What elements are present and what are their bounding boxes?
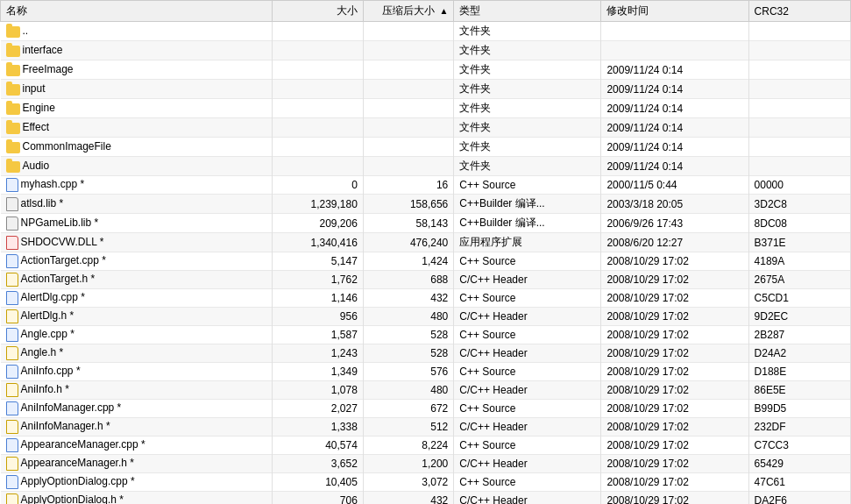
table-row[interactable]: AppearanceManager.h * 3,652 1,200 C/C++ …: [1, 455, 851, 473]
col-header-name[interactable]: 名称: [1, 1, 273, 22]
cell-modified: 2008/10/29 17:02: [601, 289, 748, 308]
cell-modified: 2008/10/29 17:02: [601, 455, 748, 473]
table-row[interactable]: AniInfoManager.h * 1,338 512 C/C++ Heade…: [1, 418, 851, 437]
table-row[interactable]: AlertDlg.cpp * 1,146 432 C++ Source 2008…: [1, 289, 851, 308]
table-row[interactable]: ApplyOptionDialog.cpp * 10,405 3,072 C++…: [1, 473, 851, 492]
folder-icon: [6, 123, 20, 134]
cell-packed: 8,224: [363, 437, 453, 455]
cell-modified: 2008/10/29 17:02: [601, 400, 748, 418]
table-row[interactable]: Angle.cpp * 1,587 528 C++ Source 2008/10…: [1, 326, 851, 344]
table-row[interactable]: ActionTarget.cpp * 5,147 1,424 C++ Sourc…: [1, 252, 851, 271]
col-header-size[interactable]: 大小: [273, 1, 363, 22]
cell-size: 209,206: [273, 214, 363, 233]
cell-size: [273, 80, 363, 99]
table-row[interactable]: .. 文件夹: [1, 22, 851, 41]
table-row[interactable]: Effect 文件夹 2009/11/24 0:14: [1, 118, 851, 138]
cell-size: [273, 99, 363, 118]
cell-type: C++ Source: [454, 252, 601, 271]
table-row[interactable]: CommonImageFile 文件夹 2009/11/24 0:14: [1, 138, 851, 157]
cpp-icon: [6, 475, 18, 489]
lib-icon: [6, 197, 18, 211]
cell-type: 文件夹: [454, 60, 601, 80]
cell-packed: 576: [363, 363, 453, 381]
table-row[interactable]: Angle.h * 1,243 528 C/C++ Header 2008/10…: [1, 344, 851, 363]
cell-crc: C7CC3: [748, 437, 850, 455]
cell-crc: 8DC08: [748, 214, 850, 233]
cpp-icon: [6, 438, 18, 452]
cpp-icon: [6, 365, 18, 379]
folder-icon: [6, 142, 20, 153]
cell-modified: 2008/10/29 17:02: [601, 437, 748, 455]
cell-crc: [748, 80, 850, 99]
cell-size: 1,340,416: [273, 233, 363, 252]
table-row[interactable]: ActionTarget.h * 1,762 688 C/C++ Header …: [1, 271, 851, 289]
cell-size: [273, 60, 363, 80]
cell-name: NPGameLib.lib *: [1, 214, 273, 233]
table-row[interactable]: AniInfoManager.cpp * 2,027 672 C++ Sourc…: [1, 400, 851, 418]
cell-type: 文件夹: [454, 138, 601, 157]
table-row[interactable]: AniInfo.cpp * 1,349 576 C++ Source 2008/…: [1, 363, 851, 381]
table-row[interactable]: AniInfo.h * 1,078 480 C/C++ Header 2008/…: [1, 381, 851, 400]
cell-packed: [363, 60, 453, 80]
col-header-packed[interactable]: 压缩后大小 ▲: [363, 1, 453, 22]
col-header-modified[interactable]: 修改时间: [601, 1, 748, 22]
h-icon: [6, 346, 18, 360]
cell-size: 1,587: [273, 326, 363, 344]
table-row[interactable]: NPGameLib.lib * 209,206 58,143 C++Builde…: [1, 214, 851, 233]
cell-crc: 86E5E: [748, 381, 850, 400]
h-icon: [6, 457, 18, 471]
table-body: .. 文件夹 interface 文件夹 FreeImage 文件夹 2009/…: [1, 22, 851, 505]
file-list-container[interactable]: 名称 大小 压缩后大小 ▲ 类型 修改时间 CRC32: [0, 0, 851, 504]
table-row[interactable]: SHDOCVW.DLL * 1,340,416 476,240 应用程序扩展 2…: [1, 233, 851, 252]
table-row[interactable]: AlertDlg.h * 956 480 C/C++ Header 2008/1…: [1, 308, 851, 326]
cell-crc: [748, 138, 850, 157]
cell-name: AniInfo.cpp *: [1, 363, 273, 381]
col-header-type[interactable]: 类型: [454, 1, 601, 22]
cell-name: ApplyOptionDialog.h *: [1, 492, 273, 505]
file-table: 名称 大小 压缩后大小 ▲ 类型 修改时间 CRC32: [0, 0, 851, 504]
lib-icon: [6, 217, 18, 231]
cell-crc: B99D5: [748, 400, 850, 418]
cell-size: [273, 138, 363, 157]
table-row[interactable]: ApplyOptionDialog.h * 706 432 C/C++ Head…: [1, 492, 851, 505]
cell-packed: 1,200: [363, 455, 453, 473]
table-row[interactable]: AppearanceManager.cpp * 40,574 8,224 C++…: [1, 437, 851, 455]
cell-packed: 476,240: [363, 233, 453, 252]
cell-name: ..: [1, 22, 273, 41]
cell-crc: D188E: [748, 363, 850, 381]
table-row[interactable]: interface 文件夹: [1, 41, 851, 60]
table-row[interactable]: input 文件夹 2009/11/24 0:14: [1, 80, 851, 99]
cell-crc: 4189A: [748, 252, 850, 271]
cell-packed: [363, 80, 453, 99]
cell-size: [273, 41, 363, 60]
cell-packed: 432: [363, 492, 453, 505]
cell-type: C++ Source: [454, 289, 601, 308]
table-row[interactable]: atlsd.lib * 1,239,180 158,656 C++Builder…: [1, 195, 851, 214]
cell-modified: 2008/10/29 17:02: [601, 381, 748, 400]
cell-size: 3,652: [273, 455, 363, 473]
cell-name: interface: [1, 41, 273, 60]
cell-size: [273, 157, 363, 176]
cell-type: 文件夹: [454, 80, 601, 99]
cell-modified: 2008/10/29 17:02: [601, 308, 748, 326]
cell-packed: 480: [363, 308, 453, 326]
table-row[interactable]: Audio 文件夹 2009/11/24 0:14: [1, 157, 851, 176]
cell-packed: 528: [363, 326, 453, 344]
cell-crc: DA2F6: [748, 492, 850, 505]
cell-type: C/C++ Header: [454, 455, 601, 473]
cell-name: ActionTarget.cpp *: [1, 252, 273, 271]
cell-packed: [363, 41, 453, 60]
cell-type: C++ Source: [454, 437, 601, 455]
table-row[interactable]: Engine 文件夹 2009/11/24 0:14: [1, 99, 851, 118]
cell-modified: 2009/11/24 0:14: [601, 118, 748, 138]
table-row[interactable]: myhash.cpp * 0 16 C++ Source 2000/11/5 0…: [1, 176, 851, 195]
cell-crc: 2B287: [748, 326, 850, 344]
cell-name: Angle.cpp *: [1, 326, 273, 344]
cpp-icon: [6, 328, 18, 342]
cell-size: 1,338: [273, 418, 363, 437]
cell-modified: 2006/9/26 17:43: [601, 214, 748, 233]
col-header-crc[interactable]: CRC32: [748, 1, 850, 22]
cell-name: CommonImageFile: [1, 138, 273, 157]
table-row[interactable]: FreeImage 文件夹 2009/11/24 0:14: [1, 60, 851, 80]
folder-icon: [6, 65, 20, 76]
